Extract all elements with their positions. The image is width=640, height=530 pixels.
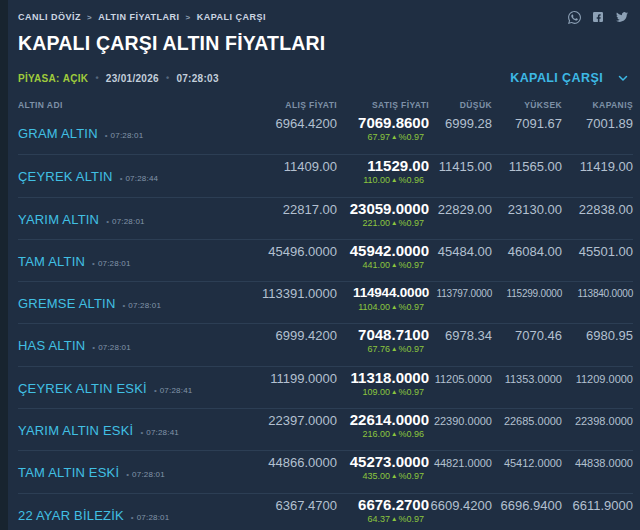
satis-fiyati-value: 45273.0000 [337,454,429,470]
row-update-time: 07:28:44 [125,174,158,183]
social-share-bar [568,11,633,24]
satis-cell: 11318.0000109.00▲%0.97 [337,367,429,408]
table-header: ALTIN ADI ALIŞ FİYATI SATIŞ FİYATI DÜŞÜK… [18,100,633,112]
dusuk-value: 6978.34 [429,324,492,365]
gold-name-cell: ÇEYREK ALTIN ESKİ•07:28:41 [18,367,232,408]
change-percent: %0.97 [398,302,424,312]
bullet-separator: • [166,73,169,83]
row-update-time: 07:28:41 [146,428,179,437]
market-status-bar: PİYASA:AÇIK • 23/01/2026 • 07:28:03 [18,73,219,84]
satis-fiyati-value: 114944.0000 [337,285,429,301]
alis-fiyati-value: 45496.0000 [232,240,337,281]
market-selector-dropdown[interactable]: KAPALI ÇARŞI [510,71,629,85]
dusuk-value: 11205.0000 [429,367,492,408]
alis-fiyati-value: 22817.00 [232,198,337,239]
kapanis-value: 11209.0000 [562,367,633,408]
breadcrumb-separator: > [87,13,92,22]
up-arrow-icon: ▲ [391,515,397,522]
change-percent: %0.97 [398,132,424,142]
alis-fiyati-value: 11409.00 [232,155,337,196]
table-row: TAM ALTIN ESKİ•07:28:0144866.000045273.0… [18,450,633,492]
up-arrow-icon: ▲ [391,176,397,183]
gold-name-link[interactable]: YARIM ALTIN ESKİ [18,423,133,438]
gold-name-link[interactable]: TAM ALTIN [18,254,85,269]
change-amount: 435.00 [363,471,391,481]
dusuk-value: 11415.00 [429,155,492,196]
satis-fiyati-value: 22614.0000 [337,412,429,428]
change-percent: %0.97 [398,344,424,354]
gold-name-cell: HAS ALTIN•07:28:01 [18,324,232,365]
page-title: KAPALI ÇARŞI ALTIN FİYATLARI [18,32,633,55]
gold-name-cell: GREMSE ALTIN•07:28:01 [18,282,232,323]
price-change: 221.00▲%0.97 [337,218,429,228]
satis-cell: 6676.270064.37▲%0.97 [337,494,429,530]
alis-fiyati-value: 44866.0000 [232,451,337,492]
up-arrow-icon: ▲ [391,345,397,352]
whatsapp-icon[interactable] [568,11,581,24]
dusuk-value: 22390.0000 [429,409,492,450]
price-change: 109.00▲%0.97 [337,387,429,397]
price-change: 1104.00▲%0.97 [337,302,429,312]
gold-name-link[interactable]: GREMSE ALTIN [18,296,116,311]
yuksek-value: 46084.00 [492,240,562,281]
change-amount: 67.97 [368,132,391,142]
page-content: CANLI DÖVİZ > ALTIN FİYATLARI > KAPALI Ç… [8,0,640,530]
change-amount: 64.37 [368,514,391,524]
chevron-down-icon [617,72,629,84]
gold-name-cell: TAM ALTIN•07:28:01 [18,240,232,281]
market-date: 23/01/2026 [106,73,159,84]
up-arrow-icon: ▲ [391,219,397,226]
breadcrumb-canli-doviz[interactable]: CANLI DÖVİZ [18,12,81,22]
header-altin-adi: ALTIN ADI [18,100,232,112]
change-amount: 441.00 [363,260,391,270]
gold-name-link[interactable]: YARIM ALTIN [18,212,99,227]
gold-name-cell: GRAM ALTIN•07:28:01 [18,112,232,154]
table-row: GRAM ALTIN•07:28:016964.42007069.860067.… [18,112,633,154]
gold-name-link[interactable]: ÇEYREK ALTIN [18,169,113,184]
change-percent: %0.97 [398,514,424,524]
gold-name-cell: ÇEYREK ALTIN•07:28:44 [18,155,232,196]
satis-fiyati-value: 7069.8600 [337,115,429,131]
table-row: ÇEYREK ALTIN ESKİ•07:28:4111199.00001131… [18,366,633,408]
satis-fiyati-value: 23059.0000 [337,201,429,217]
gold-name-link[interactable]: ÇEYREK ALTIN ESKİ [18,381,147,396]
header-kapanis: KAPANIŞ [562,100,633,112]
yuksek-value: 22685.0000 [492,409,562,450]
row-update-time: 07:28:01 [132,470,165,479]
kapanis-value: 11419.00 [562,155,633,196]
satis-fiyati-value: 11529.00 [337,158,429,174]
satis-fiyati-value: 45942.0000 [337,243,429,259]
breadcrumb-separator: > [186,13,191,22]
up-arrow-icon: ▲ [391,261,397,268]
gold-name-link[interactable]: 22 AYAR BİLEZİK [18,508,124,523]
row-update-time: 07:28:01 [112,217,145,226]
price-change: 110.00▲%0.96 [337,175,429,185]
change-amount: 110.00 [363,175,390,185]
satis-cell: 114944.00001104.00▲%0.97 [337,282,429,323]
gold-name-cell: 22 AYAR BİLEZİK•07:28:01 [18,494,232,530]
gold-name-cell: TAM ALTIN ESKİ•07:28:01 [18,451,232,492]
facebook-icon[interactable] [592,11,604,23]
twitter-icon[interactable] [615,11,629,23]
kapanis-value: 7001.89 [562,112,633,154]
row-update-time: 07:28:01 [128,301,161,310]
dusuk-value: 22829.00 [429,198,492,239]
bullet-separator: • [106,217,109,226]
breadcrumb-altin-fiyatlari[interactable]: ALTIN FİYATLARI [98,12,179,22]
table-body: GRAM ALTIN•07:28:016964.42007069.860067.… [18,112,633,530]
table-row: ÇEYREK ALTIN•07:28:4411409.0011529.00110… [18,154,633,196]
market-time: 07:28:03 [176,73,218,84]
bullet-separator: • [131,513,134,522]
change-percent: %0.97 [398,387,424,397]
header-yuksek: YÜKSEK [492,100,562,112]
alis-fiyati-value: 6964.4200 [232,112,337,154]
gold-name-link[interactable]: HAS ALTIN [18,338,85,353]
bullet-separator: • [105,131,108,140]
gold-name-link[interactable]: GRAM ALTIN [18,126,98,141]
yuksek-value: 7070.46 [492,324,562,365]
change-percent: %0.96 [398,429,424,439]
breadcrumb-kapali-carsi[interactable]: KAPALI ÇARŞI [197,12,266,22]
gold-name-link[interactable]: TAM ALTIN ESKİ [18,465,119,480]
table-row: HAS ALTIN•07:28:016999.42007048.710067.7… [18,323,633,365]
table-row: GREMSE ALTIN•07:28:01113391.0000114944.0… [18,281,633,323]
